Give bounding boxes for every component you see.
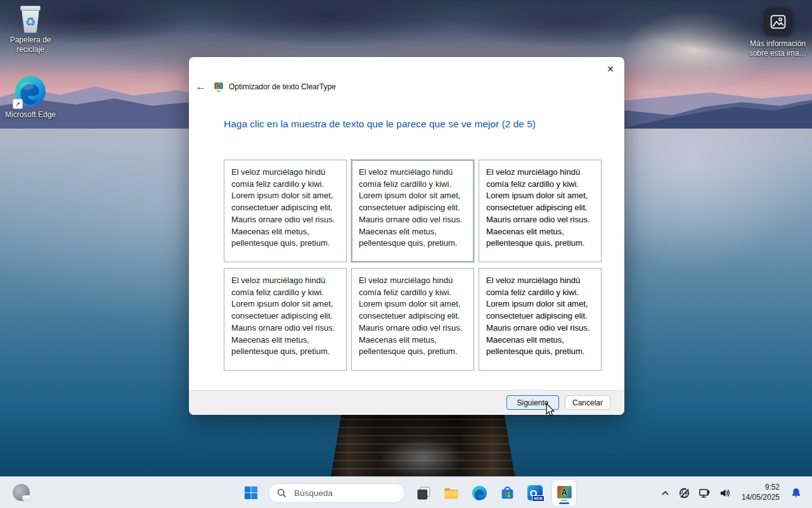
text-sample-grid: El veloz murciélago hindú comía feliz ca… (224, 160, 602, 371)
dialog-heading: Haga clic en la muestra de texto que le … (224, 118, 536, 130)
desktop-icon-recycle-bin[interactable]: ♻ Papelera de reciclaje (4, 5, 57, 54)
outlook-new-icon[interactable]: O NEW (524, 480, 546, 505)
shortcut-arrow-icon: ↗ (13, 99, 23, 109)
tray-chevron-up-icon[interactable] (661, 488, 670, 498)
task-view-icon[interactable] (413, 480, 434, 505)
text-sample[interactable]: El veloz murciélago hindú comía feliz ca… (479, 268, 602, 371)
cleartype-dialog: ✕ ← A Optimizador de texto ClearType Hag… (189, 57, 624, 415)
close-icon[interactable]: ✕ (602, 61, 619, 77)
windows-logo-icon (244, 486, 258, 500)
taskbar-search[interactable] (268, 483, 405, 503)
weather-widget-icon[interactable] (13, 484, 30, 501)
text-sample[interactable]: El veloz murciélago hindú comía feliz ca… (224, 268, 347, 371)
taskbar: O NEW A (0, 476, 812, 508)
back-arrow-icon[interactable]: ← (193, 80, 209, 93)
spotlight-label: Más información sobre esta ima… (749, 39, 807, 58)
clock-date: 14/05/2025 (742, 493, 780, 503)
recycle-bin-label: Papelera de reciclaje (10, 35, 51, 54)
edge-icon: ↗ (14, 75, 47, 108)
dialog-footer: Siguiente Cancelar (189, 390, 624, 415)
recycle-symbol-icon: ♻ (25, 16, 35, 28)
no-internet-globe-icon[interactable] (678, 487, 690, 499)
outlook-new-badge: NEW (532, 495, 545, 502)
search-icon (276, 488, 287, 498)
text-sample[interactable]: El veloz murciélago hindú comía feliz ca… (479, 160, 602, 262)
dialog-title: Optimizador de texto ClearType (229, 82, 336, 91)
clock-time: 9:52 (742, 483, 780, 493)
next-button[interactable]: Siguiente (506, 395, 559, 410)
desktop-icon-microsoft-edge[interactable]: ↗ Microsoft Edge (4, 75, 57, 120)
picture-icon[interactable] (764, 8, 792, 36)
tray-clock[interactable]: 9:52 14/05/2025 (742, 483, 780, 502)
microsoft-store-icon[interactable] (496, 480, 518, 505)
ethernet-network-icon[interactable] (699, 487, 711, 499)
cleartype-app-icon: A (214, 82, 224, 92)
file-explorer-icon[interactable] (441, 480, 462, 505)
desktop-wallpaper: ♻ Papelera de reciclaje ↗ Microsoft Edge (0, 0, 812, 508)
start-button[interactable] (242, 480, 261, 505)
spotlight-info[interactable]: Más información sobre esta ima… (749, 8, 807, 58)
edge-taskbar-icon[interactable] (468, 480, 490, 505)
wallpaper-pier (331, 410, 515, 476)
speaker-icon[interactable] (719, 487, 731, 499)
cleartype-taskbar-icon[interactable]: A (552, 480, 576, 505)
edge-label: Microsoft Edge (5, 110, 56, 120)
recycle-bin-icon: ♻ (18, 5, 42, 33)
search-input[interactable] (293, 488, 397, 498)
cancel-button[interactable]: Cancelar (565, 395, 610, 410)
text-sample[interactable]: El veloz murciélago hindú comía feliz ca… (224, 160, 347, 262)
text-sample[interactable]: El veloz murciélago hindú comía feliz ca… (351, 268, 474, 371)
text-sample[interactable]: El veloz murciélago hindú comía feliz ca… (351, 160, 474, 262)
notification-bell-icon[interactable] (790, 487, 802, 498)
